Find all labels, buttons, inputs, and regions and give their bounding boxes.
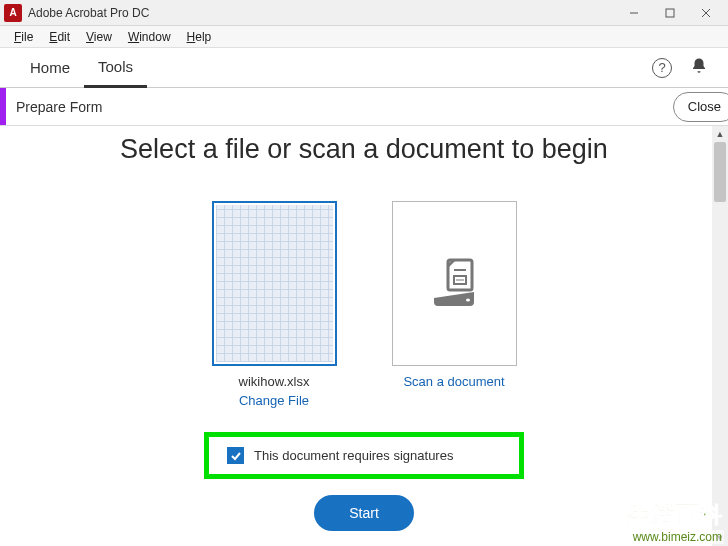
window-maximize-button[interactable] (652, 0, 688, 26)
main-tabs: Home Tools ? (0, 48, 728, 88)
app-icon: A (4, 4, 22, 22)
page-heading: Select a file or scan a document to begi… (0, 134, 728, 165)
menu-window[interactable]: Window (120, 28, 179, 46)
tool-subheader: Prepare Form Close (0, 88, 728, 126)
close-icon (701, 8, 711, 18)
window-titlebar: A Adobe Acrobat Pro DC (0, 0, 728, 26)
scanner-icon (424, 254, 484, 314)
scrollbar-thumb[interactable] (714, 142, 726, 202)
vertical-scrollbar[interactable]: ▲ ▼ (712, 126, 728, 546)
menu-edit[interactable]: Edit (41, 28, 78, 46)
tab-home[interactable]: Home (16, 49, 84, 86)
scan-card: Scan a document (384, 201, 524, 408)
file-thumbnail[interactable] (212, 201, 337, 366)
minimize-icon (629, 8, 639, 18)
menu-help[interactable]: Help (179, 28, 220, 46)
menu-view[interactable]: View (78, 28, 120, 46)
signatures-checkbox-row[interactable]: This document requires signatures (204, 432, 524, 479)
signatures-checkbox[interactable] (227, 447, 244, 464)
option-cards: wikihow.xlsx Change File Scan a document (0, 201, 728, 408)
file-card: wikihow.xlsx Change File (204, 201, 344, 408)
scan-document-link[interactable]: Scan a document (403, 374, 504, 389)
watermark-text: 生活百科 (628, 500, 724, 530)
menu-file[interactable]: File (6, 28, 41, 46)
content-area: Select a file or scan a document to begi… (0, 126, 728, 546)
window-title: Adobe Acrobat Pro DC (28, 6, 616, 20)
spreadsheet-thumbnail-icon (216, 205, 333, 362)
change-file-link[interactable]: Change File (239, 393, 309, 408)
file-name-label: wikihow.xlsx (239, 374, 310, 389)
signatures-checkbox-label: This document requires signatures (254, 448, 453, 463)
bell-icon (690, 57, 708, 75)
start-button[interactable]: Start (314, 495, 414, 531)
maximize-icon (665, 8, 675, 18)
notifications-icon[interactable] (690, 57, 708, 79)
window-minimize-button[interactable] (616, 0, 652, 26)
scan-thumbnail[interactable] (392, 201, 517, 366)
tool-title: Prepare Form (6, 99, 673, 115)
svg-rect-1 (666, 9, 674, 17)
scroll-up-icon[interactable]: ▲ (712, 126, 728, 142)
menubar: File Edit View Window Help (0, 26, 728, 48)
window-close-button[interactable] (688, 0, 724, 26)
tab-tools[interactable]: Tools (84, 48, 147, 88)
svg-point-8 (466, 298, 470, 301)
help-icon[interactable]: ? (652, 58, 672, 78)
watermark-url: www.bimeiz.com (628, 530, 724, 544)
checkmark-icon (230, 450, 242, 462)
close-tool-button[interactable]: Close (673, 92, 728, 122)
watermark: 生活百科 www.bimeiz.com (628, 500, 724, 544)
